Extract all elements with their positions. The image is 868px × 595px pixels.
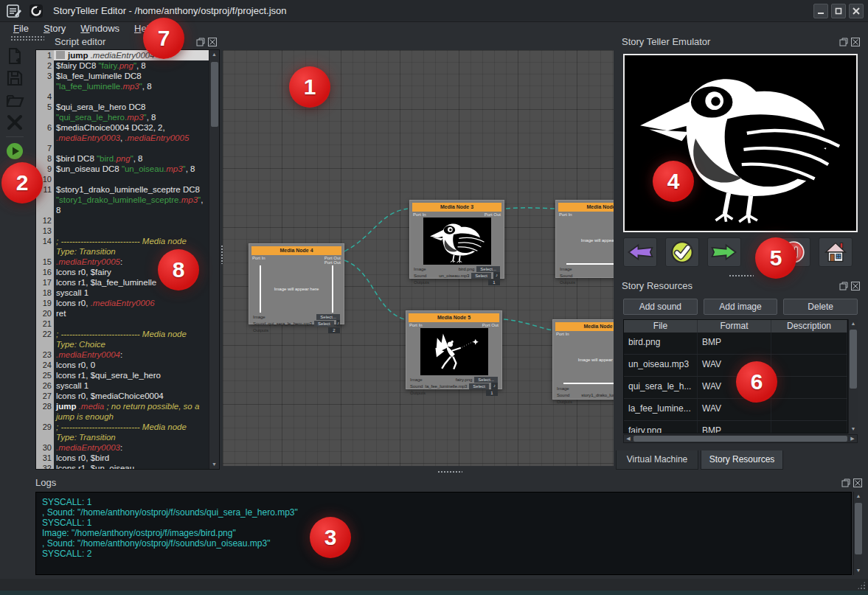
table-hscrollbar[interactable]: ◀ ▶ (623, 434, 858, 443)
tab-story-resources[interactable]: Story Resources (701, 450, 783, 470)
select-image-button[interactable]: Select... (476, 266, 500, 272)
scroll-left-icon[interactable]: ◀ (624, 436, 633, 442)
log-line: SYSCALL: 2 (42, 549, 845, 559)
port-out[interactable]: Port Out Port Out (324, 256, 341, 265)
code-row: 29; ---------------------------- Media n… (36, 422, 209, 432)
port-in[interactable]: Port In (252, 256, 265, 265)
menu-file[interactable]: File (7, 23, 35, 34)
node-title: Media Node 3 (412, 203, 501, 212)
table-header[interactable]: File Format Description (624, 320, 847, 333)
node-image-bird (423, 218, 491, 265)
close-panel-icon[interactable] (851, 38, 860, 46)
add-image-button[interactable]: Add image (704, 299, 778, 315)
app-logo-icon (28, 3, 44, 19)
float-panel-icon[interactable] (196, 38, 205, 46)
select-image-button[interactable]: Select... (474, 377, 498, 383)
resource-row[interactable]: fairy.pngBMP (624, 421, 847, 434)
media-node-2[interactable]: Media Node 2 Port In Image will appear h… (555, 200, 614, 278)
log-output: SYSCALL: 1, Sound: "/home/anthony/ostpro… (35, 492, 852, 575)
code-row: 4 (36, 91, 209, 102)
scroll-down-icon[interactable]: ▼ (212, 460, 217, 469)
port-in[interactable]: Port In (413, 212, 426, 217)
code-row: 3$la_fee_luminelle DC8 (36, 71, 209, 81)
emulator-next-button[interactable] (707, 237, 741, 267)
close-panel-icon[interactable] (208, 38, 217, 46)
logs-scrollbar[interactable]: ▲ ▼ (853, 492, 863, 575)
select-sound-button[interactable]: Select (469, 383, 489, 389)
select-sound-button[interactable]: Select (471, 273, 491, 279)
port-out[interactable]: Port Out (482, 323, 499, 327)
splitter-canvas-logs[interactable] (437, 470, 462, 474)
media-node-3[interactable]: Media Node 3 Port In Port Out Image bird… (409, 200, 504, 279)
outputs-spinner[interactable]: 1 (486, 390, 498, 396)
media-node-4[interactable]: Media Node 4 Port In Port Out Port Out I… (249, 243, 344, 324)
port-in[interactable]: Port In (556, 332, 569, 336)
play-sound-icon[interactable]: ♪ (336, 320, 340, 327)
close-button[interactable] (849, 4, 864, 18)
emulator-back-button[interactable] (623, 237, 657, 267)
new-file-icon[interactable] (5, 46, 24, 66)
tab-virtual-machine[interactable]: Virtual Machine (616, 450, 698, 470)
select-image-button[interactable]: Select... (316, 314, 340, 320)
logs-title: Logs (35, 477, 56, 488)
port-out[interactable]: Port Out (485, 212, 501, 217)
annotation-4: 4 (653, 161, 694, 202)
close-panel-icon[interactable] (853, 479, 862, 487)
image-placeholder: Image will appear here (260, 265, 333, 313)
code-row: 23.mediaEntry0004: (36, 349, 209, 360)
table-vscrollbar[interactable]: ▲ ▼ (848, 319, 858, 434)
scroll-up-icon[interactable]: ▲ (856, 492, 861, 501)
node-graph-canvas[interactable]: Media Node 4 Port In Port Out Port Out I… (223, 50, 614, 466)
scroll-up-icon[interactable]: ▲ (212, 50, 217, 59)
add-sound-button[interactable]: Add sound (623, 299, 698, 315)
resource-row[interactable]: un_oiseau.mp3WAV (624, 355, 847, 377)
media-node-6[interactable]: Media Node 6 Port In Image will appear h… (552, 319, 614, 400)
scroll-down-icon[interactable]: ▼ (856, 566, 861, 575)
emulator-home-button[interactable] (819, 237, 853, 267)
menu-story[interactable]: Story (38, 23, 72, 34)
resources-table[interactable]: File Format Description bird.pngBMPun_oi… (623, 319, 848, 434)
resize-grip[interactable] (857, 581, 866, 590)
code-row: 11$story1_drako_luminelle_sceptre DC8 (36, 184, 209, 195)
outputs-spinner[interactable]: 2 (328, 327, 340, 333)
script-editor-dock: Script editor 1jump .mediaEntry00042$fai… (29, 35, 223, 473)
current-line-marker (56, 51, 65, 59)
storyteller-window: StoryTeller Editor - /home/anthony/ostpr… (0, 0, 868, 595)
port-in[interactable]: Port In (559, 212, 572, 217)
notepad-icon (6, 3, 22, 19)
play-sound-icon[interactable]: ♪ (491, 383, 498, 389)
code-row: 21 (36, 319, 209, 329)
log-line: SYSCALL: 1 (42, 497, 845, 507)
float-panel-icon[interactable] (839, 282, 848, 290)
logs-dock: Logs SYSCALL: 1, Sound: "/home/anthony/o… (29, 476, 868, 579)
close-panel-icon[interactable] (851, 282, 860, 290)
code-row: 14; ---------------------------- Media n… (36, 236, 209, 246)
code-row: 27lcons r0, $mediaChoice0004 (36, 391, 209, 401)
resource-row[interactable]: bird.pngBMP (624, 333, 847, 355)
back-arrow-icon (626, 243, 654, 262)
close-project-icon[interactable] (5, 113, 24, 132)
maximize-button[interactable] (831, 4, 846, 18)
editor-scrollbar[interactable]: ▲ ▼ (209, 50, 219, 469)
port-in[interactable]: Port In (409, 323, 423, 327)
scroll-up-icon[interactable]: ▲ (851, 319, 856, 328)
run-icon[interactable] (5, 142, 24, 161)
node-title: Media Node 4 (251, 246, 341, 255)
play-sound-icon[interactable]: ♪ (493, 272, 500, 279)
open-folder-icon[interactable] (5, 91, 24, 110)
float-panel-icon[interactable] (839, 38, 848, 46)
outputs-spinner[interactable]: 1 (488, 279, 500, 285)
save-icon[interactable] (5, 69, 24, 88)
float-panel-icon[interactable] (841, 479, 850, 487)
delete-button[interactable]: Delete (783, 299, 858, 315)
media-node-5[interactable]: Media Node 5 Port In Port Out Image fair… (406, 310, 502, 389)
resource-row[interactable]: la_fee_lumine...WAV (624, 399, 847, 421)
code-row: 1jump .mediaEntry0004 (36, 50, 209, 60)
minimize-button[interactable] (813, 4, 828, 18)
select-sound-button[interactable]: Select (314, 321, 334, 327)
code-row: 12 (36, 215, 209, 226)
scroll-down-icon[interactable]: ▼ (851, 425, 856, 434)
scroll-right-icon[interactable]: ▶ (848, 436, 857, 442)
menu-windows[interactable]: Windows (74, 23, 125, 34)
emulator-ok-button[interactable] (665, 237, 699, 267)
